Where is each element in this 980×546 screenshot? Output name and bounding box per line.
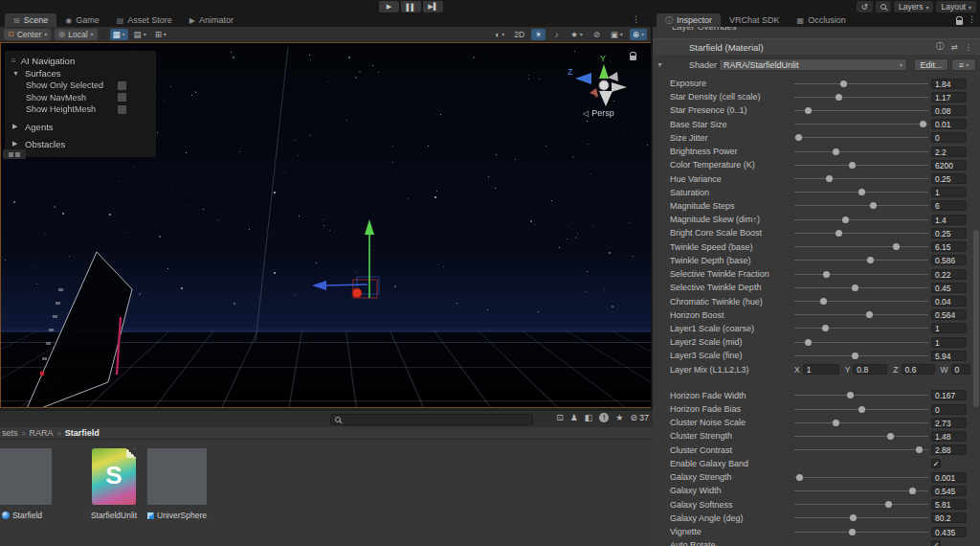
checkbox-unchecked[interactable] [118, 105, 126, 114]
slider-thumb[interactable] [826, 175, 833, 182]
scene-viewport[interactable]: Y Z x ≡ AI Navigation ▼SurfacesShow Only… [0, 42, 653, 408]
property-value-field[interactable]: 0.564 [931, 309, 967, 320]
slider-thumb[interactable] [916, 446, 923, 453]
property-value-field[interactable]: 1.84 [931, 79, 967, 89]
property-value-field[interactable]: 0.25 [931, 228, 967, 239]
shading-mode-dropdown[interactable]: ◐▾ [492, 29, 507, 40]
property-slider[interactable] [794, 118, 928, 131]
property-value-field[interactable]: 80.2 [931, 512, 967, 523]
search-button[interactable] [876, 1, 891, 12]
preview-notice-icon[interactable]: ! [599, 413, 609, 422]
scene-tabs-menu-icon[interactable]: ⋮ [632, 14, 640, 24]
slider-thumb[interactable] [852, 284, 858, 291]
property-slider[interactable] [794, 226, 928, 239]
orientation-gizmo[interactable]: Y Z x [568, 54, 627, 106]
vector-value-field[interactable]: 0.6 [902, 364, 935, 375]
property-value-field[interactable]: 0 [931, 132, 967, 143]
property-value-field[interactable]: 0 [931, 404, 967, 415]
search-by-type-icon[interactable]: ⊡ [556, 413, 564, 422]
property-slider[interactable] [794, 349, 928, 362]
property-value-field[interactable]: 2.2 [931, 147, 967, 157]
slider-thumb[interactable] [850, 514, 857, 521]
foldout-arrow-icon[interactable]: ▼ [657, 61, 663, 68]
axis-y-cone[interactable] [599, 64, 609, 79]
property-slider[interactable] [794, 145, 928, 158]
grid-visibility-toggle[interactable]: ▤▾ [131, 29, 149, 40]
pause-button[interactable]: ▌▌ [401, 1, 421, 12]
camera-settings-dropdown[interactable]: ▣▾ [608, 29, 626, 40]
property-slider[interactable] [794, 444, 928, 457]
property-slider[interactable] [794, 172, 928, 186]
slider-thumb[interactable] [820, 298, 827, 305]
property-slider[interactable] [794, 186, 928, 199]
tab-right-vrchat-sdk[interactable]: VRChat SDK [721, 13, 789, 27]
property-value-field[interactable]: 1 [931, 187, 967, 197]
tool-handle-rotation-dropdown[interactable]: ◎ Local▾ [55, 29, 97, 40]
presets-icon[interactable]: ⇄ [950, 42, 957, 52]
property-value-field[interactable]: 2.73 [931, 418, 967, 428]
property-value-field[interactable]: 2.88 [931, 444, 967, 455]
inspector-lock-icon[interactable] [956, 17, 963, 27]
slider-thumb[interactable] [795, 134, 802, 141]
property-value-field[interactable]: 0.25 [931, 173, 967, 184]
property-value-field[interactable]: 0.08 [931, 105, 967, 116]
slider-thumb[interactable] [840, 80, 847, 87]
shader-menu-button[interactable]: ≡▾ [951, 58, 976, 71]
property-value-field[interactable]: 0.001 [931, 472, 967, 483]
property-value-field[interactable]: 5.81 [931, 499, 967, 510]
project-search-input[interactable] [330, 414, 533, 425]
foldout-surfaces[interactable]: ▼Surfaces [5, 67, 156, 80]
slider-thumb[interactable] [867, 257, 874, 263]
property-slider[interactable] [794, 525, 928, 538]
favorites-star-icon[interactable]: ★ [615, 413, 623, 422]
gizmos-dropdown[interactable]: ⊕▾ [630, 29, 647, 40]
vector-value-field[interactable]: 0.8 [853, 364, 887, 375]
property-slider[interactable] [794, 416, 928, 429]
checkbox-unchecked[interactable] [118, 81, 126, 90]
property-value-field[interactable]: 1.17 [931, 92, 967, 102]
foldout-obstacles[interactable]: ▶Obstacles [5, 138, 156, 150]
property-slider[interactable] [794, 308, 928, 322]
kebab-menu-icon[interactable]: ⋮ [965, 42, 973, 52]
property-value-field[interactable]: 0.22 [931, 269, 967, 280]
step-button[interactable]: ▶▌ [423, 1, 443, 12]
property-value-field[interactable]: 6 [931, 200, 967, 211]
slider-thumb[interactable] [833, 420, 839, 426]
property-value-field[interactable]: 0.01 [931, 119, 967, 129]
slider-thumb[interactable] [858, 189, 865, 195]
tab-animator[interactable]: ▶Animator [181, 13, 242, 27]
property-value-field[interactable]: 0.586 [931, 255, 967, 265]
tab-asset-store[interactable]: ▤Asset Store [108, 13, 181, 27]
property-slider[interactable] [794, 77, 928, 90]
vector-value-field[interactable]: 0 [951, 364, 970, 375]
property-slider[interactable] [794, 103, 928, 117]
breadcrumb-item[interactable]: RARA [30, 428, 54, 438]
perspective-toggle[interactable]: ◁ Persp [583, 108, 614, 118]
property-checkbox[interactable]: ✓ [931, 540, 941, 546]
collapsed-overlay-handle[interactable] [3, 149, 26, 159]
slider-thumb[interactable] [885, 501, 892, 508]
asset-item-starfield[interactable]: Starfield [0, 448, 59, 520]
property-value-field[interactable]: 1.4 [931, 215, 967, 225]
property-value-field[interactable]: 0.167 [931, 390, 967, 400]
property-value-field[interactable]: 1.48 [931, 431, 967, 442]
property-value-field[interactable]: 0.04 [931, 296, 967, 307]
packages-visibility-icon[interactable]: ♟ [570, 413, 578, 422]
slider-thumb[interactable] [823, 271, 830, 278]
asset-item-universphere[interactable]: UniverSphere [140, 448, 214, 520]
property-slider[interactable] [794, 470, 928, 484]
property-value-field[interactable]: 6200 [931, 160, 967, 171]
slider-thumb[interactable] [805, 339, 812, 346]
property-value-field[interactable]: 5.94 [931, 351, 967, 361]
slider-thumb[interactable] [842, 216, 849, 223]
material-header[interactable]: Starfield (Material) ⓘ ⇄ ⋮ [653, 38, 980, 55]
move-gizmo[interactable] [312, 219, 379, 298]
scene-audio-toggle[interactable]: ♪ [549, 29, 564, 40]
breadcrumb-item[interactable]: sets [2, 428, 18, 438]
property-slider[interactable] [794, 267, 928, 281]
slider-thumb[interactable] [796, 474, 803, 481]
slider-thumb[interactable] [893, 243, 900, 250]
gizmo-z-arrow[interactable] [324, 284, 368, 285]
property-slider[interactable] [794, 90, 928, 103]
property-slider[interactable] [794, 131, 928, 145]
